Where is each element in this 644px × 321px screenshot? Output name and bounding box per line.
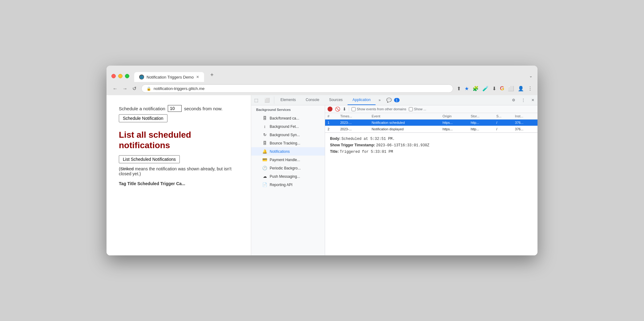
page-content: Schedule a notification seconds from now…: [107, 95, 251, 255]
devtools-device-icon[interactable]: ⬜: [261, 95, 273, 105]
reload-button[interactable]: ↺: [131, 84, 138, 93]
show-other-domains-checkbox[interactable]: Show events from other domains: [352, 107, 406, 111]
table-header-label: Tag Title Scheduled Trigger Ca...: [119, 181, 239, 186]
devtools-settings-icon[interactable]: ⚙: [509, 95, 518, 105]
table-row[interactable]: 2 2023-... Notification displayed https.…: [325, 126, 537, 132]
schedule-notification-button[interactable]: Schedule Notification: [119, 114, 167, 122]
sidebar-item-background-fetch[interactable]: ↕ Background Fet...: [251, 122, 325, 131]
browser-window: 🌐 Notification Triggers Demo ✕ + ⌄ ← → ↺…: [107, 66, 537, 255]
sidebar-item-background-sync[interactable]: ↻ Background Syn...: [251, 131, 325, 139]
devtools-header: ⬚ ⬜ Elements Console Sources Application…: [251, 95, 537, 105]
table-row[interactable]: 1 2023-... Notification scheduled https.…: [325, 120, 537, 126]
show-more-checkbox[interactable]: Show ...: [409, 107, 426, 111]
tab-expand-button[interactable]: ⌄: [529, 74, 533, 82]
back-button[interactable]: ←: [111, 85, 119, 93]
tab-favicon: 🌐: [139, 75, 144, 79]
sidebar-item-periodic-background[interactable]: 🕐 Periodic Backgro...: [251, 164, 325, 172]
col-timestamp: Times...: [338, 113, 369, 120]
profile-icon[interactable]: 👤: [518, 86, 524, 91]
sidebar-item-label: Notifications: [270, 149, 290, 154]
sidebar-item-label: Bounce Tracking...: [270, 141, 300, 145]
document-icon: 📄: [262, 182, 267, 187]
detail-title-row: Title: Triggered for 5:33:01 PM: [330, 149, 533, 154]
bookmark-icon[interactable]: ★: [465, 86, 469, 91]
address-bar: ← → ↺ 🔒 notification-triggers.glitch.me …: [107, 82, 537, 95]
cell-num: 1: [325, 120, 338, 126]
forward-button[interactable]: →: [121, 85, 129, 93]
tab-close-button[interactable]: ✕: [196, 75, 199, 79]
fetch-icon: ↕: [262, 124, 267, 129]
cell-origin: https...: [440, 120, 468, 126]
sidebar-item-notifications[interactable]: 🔔 Notifications: [251, 147, 325, 156]
devtools-toolbar: 🚫 ⬇ Show events from other domains Show …: [325, 105, 537, 113]
devtools-more-options-icon[interactable]: ⋮: [518, 95, 528, 105]
sidebar-item-payment-handler[interactable]: 💳 Payment Handle...: [251, 156, 325, 164]
cell-timestamp: 2023-...: [338, 120, 369, 126]
download-icon[interactable]: ⬇: [492, 86, 496, 91]
google-icon[interactable]: G: [500, 85, 504, 92]
bell-icon: 🔔: [262, 149, 267, 154]
sidebar-item-bounce-tracking[interactable]: 🗄 Bounce Tracking...: [251, 139, 325, 147]
sidebar-item-label: Back/forward ca...: [270, 116, 299, 120]
schedule-seconds-input[interactable]: [168, 105, 182, 112]
split-view-icon[interactable]: ⬜: [508, 86, 514, 91]
tab-sources[interactable]: Sources: [324, 95, 348, 105]
record-button[interactable]: [328, 107, 332, 112]
sidebar-item-reporting-api[interactable]: 📄 Reporting API: [251, 181, 325, 189]
sidebar-item-back-forward-cache[interactable]: 🗄 Back/forward ca...: [251, 114, 325, 122]
toolbar-separator: [349, 107, 349, 112]
devtools-main-panel: 🚫 ⬇ Show events from other domains Show …: [325, 105, 537, 255]
list-scheduled-notifications-button[interactable]: List Scheduled Notifications: [119, 155, 180, 163]
col-origin: Origin: [440, 113, 468, 120]
sidebar-item-label: Background Syn...: [270, 133, 300, 137]
extensions-icon[interactable]: 🧩: [473, 86, 479, 91]
cell-storage: http...: [468, 126, 494, 132]
minimize-traffic-light[interactable]: [118, 74, 123, 78]
tab-elements[interactable]: Elements: [276, 95, 301, 105]
clock-icon: 🕐: [262, 166, 267, 170]
col-storage: Stor...: [468, 113, 494, 120]
cell-s: /: [494, 120, 513, 126]
devtools-sidebar: Background Services 🗄 Back/forward ca...…: [251, 105, 325, 255]
sidebar-item-label: Background Fet...: [270, 124, 299, 129]
striked-note: (Striked means the notification was show…: [119, 166, 239, 176]
striked-note-suffix: means the notification was shown already…: [119, 166, 231, 176]
clear-button[interactable]: 🚫: [335, 107, 340, 112]
devtools-select-icon[interactable]: ⬚: [251, 95, 261, 105]
col-num: #: [325, 113, 338, 120]
address-input[interactable]: 🔒 notification-triggers.glitch.me: [141, 84, 453, 93]
cell-event: Notification displayed: [369, 126, 440, 132]
devtools-sep-1: [274, 96, 274, 104]
devtools-more-tabs[interactable]: »: [376, 95, 384, 105]
detail-trigger-label: Show Trigger Timestamp:: [330, 143, 375, 147]
sidebar-item-label: Payment Handle...: [270, 158, 300, 162]
sidebar-item-push-messaging[interactable]: ☁ Push Messaging...: [251, 172, 325, 181]
events-data-table: # Times... Event Origin Stor... S... Ins…: [325, 113, 537, 132]
schedule-section: Schedule a notification seconds from now…: [119, 105, 239, 122]
devtools-close-button[interactable]: ✕: [528, 95, 537, 105]
detail-body-value: Scheduled at 5:32:51 PM.: [341, 137, 395, 141]
traffic-lights: [111, 74, 129, 82]
lab-icon[interactable]: 🧪: [482, 86, 489, 91]
maximize-traffic-light[interactable]: [125, 74, 129, 78]
payment-icon: 💳: [262, 157, 267, 162]
sync-icon: ↻: [262, 132, 267, 137]
close-traffic-light[interactable]: [111, 74, 116, 78]
nav-buttons: ← → ↺: [111, 84, 138, 93]
chat-icon[interactable]: 💬: [386, 98, 392, 103]
more-options-icon[interactable]: ⋮: [528, 86, 533, 91]
detail-body-row: Body: Scheduled at 5:32:51 PM.: [330, 136, 533, 141]
event-detail-panel: Body: Scheduled at 5:32:51 PM. Show Trig…: [325, 132, 537, 255]
cell-num: 2: [325, 126, 338, 132]
detail-title-label: Title:: [330, 149, 339, 154]
export-button[interactable]: ⬇: [343, 107, 346, 112]
devtools-tabs-area: ⬚ ⬜ Elements Console Sources Application…: [251, 95, 402, 105]
active-tab[interactable]: 🌐 Notification Triggers Demo ✕: [134, 72, 204, 82]
new-tab-button[interactable]: +: [207, 69, 217, 82]
share-icon[interactable]: ⬆: [457, 86, 461, 91]
tab-application[interactable]: Application: [348, 95, 376, 105]
tab-console[interactable]: Console: [301, 95, 324, 105]
detail-trigger-value: 2023-06-13T16:33:01.930Z: [376, 143, 429, 148]
cell-instance: 376...: [513, 126, 537, 132]
schedule-label-before: Schedule a notification: [119, 106, 165, 111]
